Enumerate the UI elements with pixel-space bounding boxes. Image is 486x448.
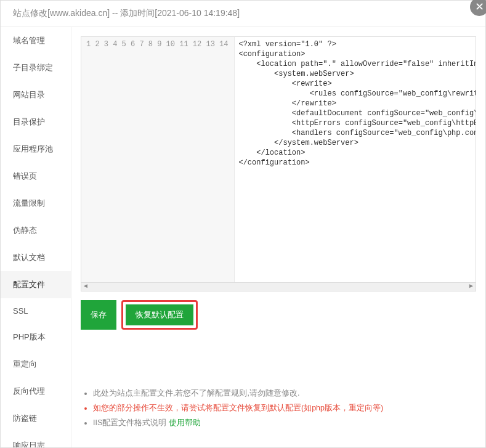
sidebar-item[interactable]: 默认文档	[1, 244, 71, 271]
line-numbers: 1 2 3 4 5 6 7 8 9 10 11 12 13 14	[81, 37, 235, 282]
sidebar-item[interactable]: 响应日志	[1, 432, 71, 447]
sidebar-item[interactable]: SSL	[1, 298, 71, 324]
sidebar-item[interactable]: 重定向	[1, 351, 71, 378]
sidebar-item[interactable]: PHP版本	[1, 324, 71, 351]
sidebar-item[interactable]: 流量限制	[1, 190, 71, 217]
sidebar: 域名管理子目录绑定网站目录目录保护应用程序池错误页流量限制伪静态默认文档配置文件…	[1, 27, 71, 447]
action-bar: 保存 恢复默认配置	[81, 300, 476, 330]
sidebar-item[interactable]: 伪静态	[1, 217, 71, 244]
sidebar-item[interactable]: 网站目录	[1, 81, 71, 108]
code-editor[interactable]: 1 2 3 4 5 6 7 8 9 10 11 12 13 14 <?xml v…	[81, 36, 476, 283]
modal-title: 站点修改[www.akidea.cn] -- 添加时间[2021-06-10 1…	[1, 1, 485, 27]
site-edit-modal: ✕ 站点修改[www.akidea.cn] -- 添加时间[2021-06-10…	[0, 0, 486, 448]
note-help-prefix: IIS配置文件格式说明	[93, 418, 169, 427]
restore-highlight: 恢复默认配置	[121, 300, 198, 330]
modal-body: 域名管理子目录绑定网站目录目录保护应用程序池错误页流量限制伪静态默认文档配置文件…	[1, 27, 485, 447]
sidebar-item[interactable]: 错误页	[1, 163, 71, 190]
sidebar-item[interactable]: 域名管理	[1, 27, 71, 54]
note-info: 此处为站点主配置文件,若您不了解配置规则,请勿随意修改.	[93, 388, 476, 399]
note-help: IIS配置文件格式说明 使用帮助	[93, 418, 476, 428]
restore-default-button[interactable]: 恢复默认配置	[126, 304, 193, 325]
horizontal-scrollbar[interactable]	[81, 283, 476, 291]
content-area: 1 2 3 4 5 6 7 8 9 10 11 12 13 14 <?xml v…	[71, 27, 485, 447]
sidebar-item[interactable]: 配置文件	[1, 271, 71, 298]
save-button[interactable]: 保存	[81, 300, 116, 330]
sidebar-item[interactable]: 防盗链	[1, 405, 71, 432]
sidebar-item[interactable]: 反向代理	[1, 378, 71, 405]
help-link[interactable]: 使用帮助	[169, 418, 201, 427]
sidebar-item[interactable]: 目录保护	[1, 108, 71, 136]
sidebar-item[interactable]: 应用程序池	[1, 136, 71, 163]
notes: 此处为站点主配置文件,若您不了解配置规则,请勿随意修改. 如您的部分操作不生效，…	[81, 388, 476, 433]
sidebar-item[interactable]: 子目录绑定	[1, 54, 71, 81]
code-content[interactable]: <?xml version="1.0" ?> <configuration> <…	[235, 37, 476, 282]
note-warning: 如您的部分操作不生效，请尝试将配置文件恢复到默认配置(如php版本，重定向等)	[93, 403, 476, 413]
